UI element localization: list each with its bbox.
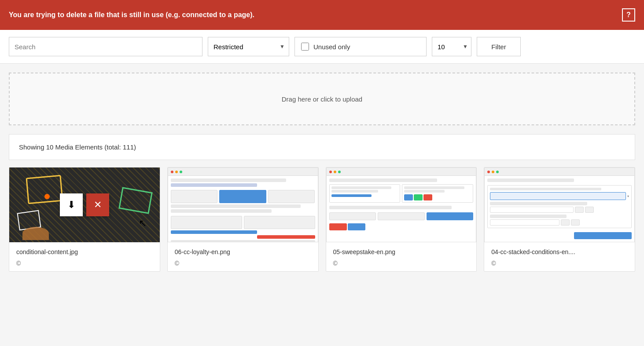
screenshot-thumbnail: ▾ [484,168,635,242]
help-button[interactable]: ? [622,8,635,22]
overlay-actions: ⬇ ✕ [60,193,109,216]
card-filename: conditional-content.jpg [16,248,153,255]
media-info-bar: Showing 10 Media Elements (total: 111) [9,134,635,160]
media-card: 06-cc-loyalty-en.png © [167,167,319,272]
thumbnail: ▾ [484,168,635,242]
media-card: ⬇ ✕ ↖ conditional-content.jpg © [9,167,160,272]
card-copyright: © [333,260,470,267]
card-copyright: © [175,260,311,267]
media-grid: ⬇ ✕ ↖ conditional-content.jpg © [9,167,635,272]
media-count-text: Showing 10 Media Elements (total: 111) [19,143,136,151]
card-filename: 06-cc-loyalty-en.png [175,248,311,255]
count-select[interactable]: 10 25 50 100 [432,37,471,56]
card-footer: conditional-content.jpg © [9,242,160,271]
screenshot-thumbnail [326,168,477,242]
alert-message: You are trying to delete a file that is … [9,11,254,19]
upload-prompt: Drag here or click to upload [282,95,362,103]
alert-banner: You are trying to delete a file that is … [0,0,644,30]
download-button[interactable]: ⬇ [60,193,83,216]
card-copyright: © [16,260,153,267]
unused-only-checkbox[interactable] [301,43,309,51]
thumbnail [326,168,477,242]
thumbnail [168,168,318,242]
delete-icon: ✕ [94,199,102,211]
card-filename: 04-cc-stacked-conditions-en.... [491,248,628,255]
count-select-wrapper: 10 25 50 100 ▼ [432,37,471,56]
unused-only-wrapper[interactable]: Unused only [294,37,427,56]
toolbar: Restricted All Public ▼ Unused only 10 2… [0,30,644,64]
delete-button[interactable]: ✕ [86,193,109,216]
filter-button[interactable]: Filter [477,37,521,56]
restricted-select-wrapper: Restricted All Public ▼ [208,37,289,56]
card-copyright: © [491,260,628,267]
card-footer: 04-cc-stacked-conditions-en.... © [484,242,635,271]
media-card: ▾ [484,167,635,272]
card-footer: 05-sweepstake-en.png © [326,242,477,271]
media-card: 05-sweepstake-en.png © [326,167,477,272]
thumbnail: ⬇ ✕ ↖ [9,168,160,242]
restricted-select[interactable]: Restricted All Public [208,37,289,56]
card-footer: 06-cc-loyalty-en.png © [168,242,318,271]
download-icon: ⬇ [67,199,75,211]
card-filename: 05-sweepstake-en.png [333,248,470,255]
search-input[interactable] [9,37,202,56]
unused-only-label[interactable]: Unused only [313,43,350,51]
screenshot-thumbnail [168,168,318,242]
upload-area[interactable]: Drag here or click to upload [9,73,635,125]
